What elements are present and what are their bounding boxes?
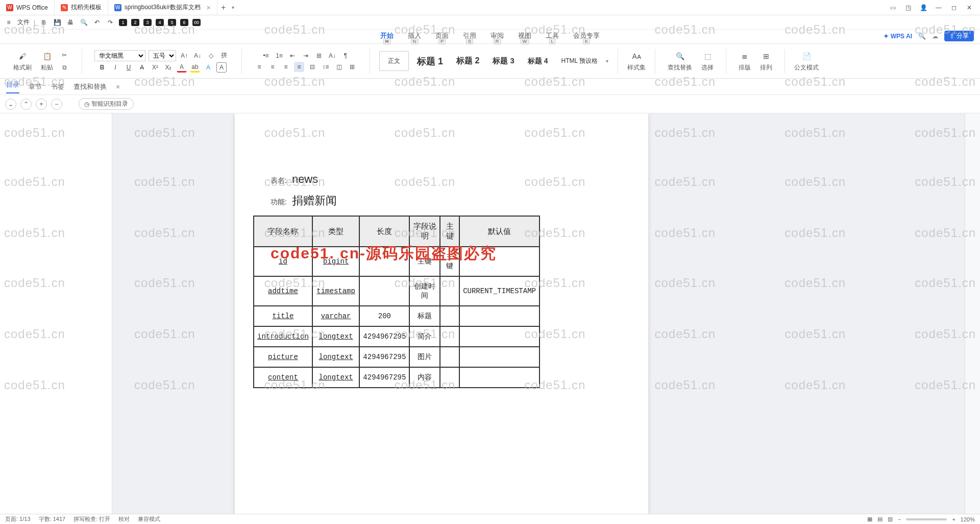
ribbon-tab-tool[interactable]: 工具L (545, 29, 560, 43)
select-icon[interactable]: ⬚ (701, 50, 714, 62)
tab-wps-home[interactable]: W WPS Office (0, 1, 55, 15)
line-spacing-icon[interactable]: ↕≡ (321, 62, 331, 72)
cube-icon[interactable]: ◳ (901, 2, 915, 13)
official-mode-icon[interactable]: 📄 (800, 50, 813, 62)
styleset-icon[interactable]: Aᴀ (630, 50, 643, 62)
add-tab-button[interactable]: + (217, 3, 230, 12)
new-icon[interactable]: 🗎 (39, 18, 48, 27)
compact-icon[interactable]: ▭ (886, 2, 899, 13)
layout-icon[interactable]: ≣ (739, 50, 751, 62)
char-border-icon[interactable]: A (216, 62, 227, 73)
document-page[interactable]: 表名: news 功能: 捐赠新闻 字段名称 类型 长度 字段说明 主键 默认值… (235, 113, 648, 514)
expand-up-icon[interactable]: ⌃ (20, 99, 32, 110)
clear-format-icon[interactable]: ◇ (206, 51, 216, 61)
menu-icon[interactable]: ≡ (4, 18, 13, 27)
nav-chapter[interactable]: 章节 (29, 82, 42, 91)
nav-bookmark[interactable]: 书签 (51, 82, 64, 91)
avatar-icon[interactable]: 👤 (917, 2, 930, 13)
align-right-icon[interactable]: ≡ (281, 62, 291, 72)
ribbon-tab-vip[interactable]: 会员专享K (572, 29, 601, 43)
maximize-icon[interactable]: ◻ (947, 2, 961, 13)
smart-toc-button[interactable]: ◷ 智能识别目录 (79, 98, 134, 110)
tab-templates[interactable]: ✎ 找稻壳模板 (55, 1, 108, 15)
italic-icon[interactable]: I (110, 62, 120, 73)
numbering-icon[interactable]: 1≡ (274, 51, 284, 61)
save-icon[interactable]: 💾 (53, 18, 62, 27)
zoom-value[interactable]: 120% (961, 516, 975, 522)
styles-more-icon[interactable]: ▾ (606, 58, 608, 64)
highlight-icon[interactable]: ab (190, 62, 200, 73)
add-icon[interactable]: + (36, 99, 47, 110)
close-window-icon[interactable]: ✕ (963, 2, 976, 13)
nav-find[interactable]: 查找和替换 (74, 82, 107, 91)
chevron-down-icon[interactable]: ▾ (232, 5, 234, 10)
view-print-icon[interactable]: ▦ (867, 516, 872, 522)
align-left-icon[interactable]: ≡ (254, 62, 264, 72)
align-center-icon[interactable]: ≡ (267, 62, 278, 72)
style-html[interactable]: HTML 预设格 (556, 55, 603, 67)
navigation-pane[interactable] (0, 113, 112, 514)
ribbon-tab-start[interactable]: 开始H (379, 29, 395, 43)
zoom-out-icon[interactable]: − (898, 516, 901, 522)
status-words[interactable]: 字数: 1417 (39, 515, 66, 523)
print-icon[interactable]: 🖶 (66, 18, 75, 27)
style-h1[interactable]: 标题 1 (412, 53, 448, 69)
format-painter-icon[interactable]: 🖌 (16, 50, 29, 62)
style-h3[interactable]: 标题 3 (487, 54, 520, 68)
font-family-select[interactable]: 华文细黑 (94, 50, 145, 61)
remove-icon[interactable]: − (51, 99, 62, 110)
search-icon[interactable]: 🔍 (918, 33, 926, 40)
phonetic-icon[interactable]: 拼 (219, 51, 229, 61)
view-web-icon[interactable]: ▥ (888, 516, 893, 522)
underline-icon[interactable]: U (124, 62, 134, 73)
borders-icon[interactable]: ⊞ (347, 62, 357, 72)
arrange-icon[interactable]: ⊞ (760, 50, 772, 62)
subscript-icon[interactable]: X₂ (163, 62, 174, 73)
tabs-icon[interactable]: ⊞ (314, 51, 324, 61)
close-tab-icon[interactable]: × (207, 4, 211, 12)
ribbon-tab-ref[interactable]: 引用S (462, 29, 477, 43)
zoom-in-icon[interactable]: + (952, 516, 955, 522)
font-size-select[interactable]: 五号 (149, 50, 176, 61)
ribbon-tab-view[interactable]: 视图W (517, 29, 532, 43)
find-icon[interactable]: 🔍 (674, 50, 686, 62)
distribute-icon[interactable]: ⊟ (307, 62, 317, 72)
collapse-icon[interactable]: ⌄ (5, 99, 16, 110)
undo-icon[interactable]: ↶ (92, 18, 102, 27)
style-h2[interactable]: 标题 2 (451, 54, 484, 68)
status-spell[interactable]: 拼写检查: 打开 (74, 515, 110, 523)
nav-close-icon[interactable]: × (116, 83, 120, 91)
paste-icon[interactable]: 📋 (41, 50, 53, 62)
bullets-icon[interactable]: •≡ (261, 51, 271, 61)
align-justify-icon[interactable]: ≡ (294, 62, 304, 72)
nav-toc[interactable]: 目录 (6, 80, 19, 93)
redo-icon[interactable]: ↷ (106, 18, 115, 27)
cut-icon[interactable]: ✂ (59, 50, 69, 60)
para-shading-icon[interactable]: ◫ (334, 62, 344, 72)
ribbon-tab-page[interactable]: 页面P (434, 29, 450, 43)
indent-icon[interactable]: ⇥ (301, 51, 311, 61)
superscript-icon[interactable]: X² (150, 62, 160, 73)
ribbon-tab-review[interactable]: 审阅R (489, 29, 505, 43)
view-read-icon[interactable]: ▤ (877, 516, 883, 522)
right-sidebar[interactable] (965, 113, 980, 514)
status-proof[interactable]: 校对 (118, 515, 130, 523)
bold-icon[interactable]: B (97, 62, 107, 73)
ribbon-tab-insert[interactable]: 插入N (407, 29, 422, 43)
file-menu[interactable]: 文件 (17, 18, 30, 27)
share-button[interactable]: ⇪ 分享 (944, 31, 974, 41)
shrink-font-icon[interactable]: A↓ (192, 51, 203, 61)
grow-font-icon[interactable]: A↑ (179, 51, 189, 61)
status-mode[interactable]: 兼容模式 (138, 515, 160, 523)
copy-icon[interactable]: ⧉ (59, 62, 69, 73)
strike-icon[interactable]: A̶ (137, 62, 147, 73)
style-h4[interactable]: 标题 4 (523, 55, 553, 68)
zoom-slider[interactable] (906, 518, 947, 520)
cloud-icon[interactable]: ☁ (932, 33, 938, 40)
tab-document-active[interactable]: W springboot36uk#数据库文档 × (108, 1, 217, 15)
shading-icon[interactable]: A (203, 62, 213, 73)
outdent-icon[interactable]: ⇤ (287, 51, 298, 61)
status-page[interactable]: 页面: 1/13 (5, 515, 31, 523)
wps-ai-button[interactable]: ✦ WPS AI (884, 33, 912, 40)
style-body[interactable]: 正文 (379, 51, 409, 71)
